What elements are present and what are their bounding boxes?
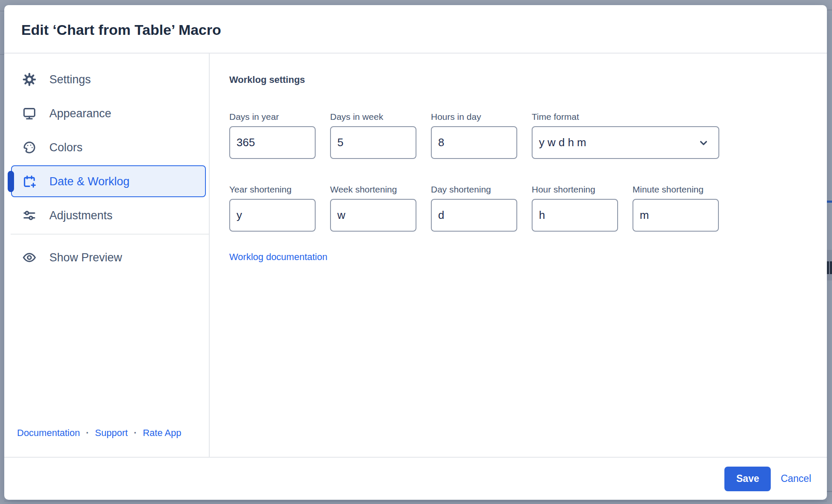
worklog-documentation-link[interactable]: Worklog documentation: [229, 251, 328, 263]
fields-row-1: Days in year Days in week Hours in day T…: [229, 111, 827, 159]
background-line-bottom: [4, 501, 827, 501]
field-hour-shortening: Hour shortening: [532, 184, 618, 232]
monitor-icon: [22, 106, 37, 121]
save-button[interactable]: Save: [724, 467, 771, 491]
documentation-link[interactable]: Documentation: [17, 427, 80, 439]
dialog-title: Edit ‘Chart from Table’ Macro: [21, 21, 827, 38]
hour-shortening-input[interactable]: [532, 199, 618, 232]
field-label: Year shortening: [229, 184, 316, 195]
sidebar-item-date-worklog[interactable]: Date & Worklog: [11, 165, 206, 197]
field-minute-shortening: Minute shortening: [633, 184, 719, 232]
background-bar-right-1: [827, 261, 829, 274]
palette-icon: [22, 140, 37, 155]
background-line-right-bottom: [827, 491, 832, 492]
week-shortening-input[interactable]: [330, 199, 416, 232]
field-label: Hours in day: [431, 111, 517, 122]
field-day-shortening: Day shortening: [431, 184, 517, 232]
field-label: Time format: [532, 111, 719, 122]
field-week-shortening: Week shortening: [330, 184, 416, 232]
sidebar-item-label: Settings: [49, 72, 91, 87]
chevron-down-icon: [698, 137, 709, 148]
calendar-plus-icon: [22, 174, 37, 189]
edit-macro-dialog: Edit ‘Chart from Table’ Macro Settings: [4, 5, 827, 500]
sidebar-item-adjustments[interactable]: Adjustments: [11, 199, 206, 231]
minute-shortening-input[interactable]: [633, 199, 719, 232]
screen: Edit ‘Chart from Table’ Macro Settings: [0, 0, 832, 504]
field-time-format: Time format y w d h m: [532, 111, 719, 159]
sidebar: Settings Appearance: [4, 54, 210, 457]
dot-separator: ·: [134, 427, 137, 439]
sidebar-item-label: Show Preview: [49, 250, 122, 265]
background-line-left: [0, 54, 4, 55]
field-label: Days in week: [330, 111, 416, 122]
background-line-right-top: [827, 9, 832, 11]
support-link[interactable]: Support: [95, 427, 128, 439]
dialog-footer: Save Cancel: [4, 457, 827, 500]
worklog-settings-panel: Worklog settings Days in year Days in we…: [210, 54, 827, 457]
days-in-year-input[interactable]: [229, 126, 316, 159]
background-bar-right-2: [830, 261, 832, 274]
days-in-week-input[interactable]: [330, 126, 416, 159]
rate-app-link[interactable]: Rate App: [143, 427, 182, 439]
sidebar-item-colors[interactable]: Colors: [11, 131, 206, 163]
field-hours-in-day: Hours in day: [431, 111, 517, 159]
time-format-select[interactable]: y w d h m: [532, 126, 719, 159]
dot-separator: ·: [86, 427, 89, 439]
hours-in-day-input[interactable]: [431, 126, 517, 159]
sidebar-item-label: Date & Worklog: [49, 174, 130, 189]
sidebar-item-settings[interactable]: Settings: [11, 63, 206, 95]
sidebar-item-label: Adjustments: [49, 208, 113, 223]
field-label: Days in year: [229, 111, 316, 122]
section-heading: Worklog settings: [229, 74, 827, 86]
sidebar-footer-links: Documentation · Support · Rate App: [17, 427, 181, 439]
selected-indicator-pill: [8, 171, 14, 192]
cancel-button[interactable]: Cancel: [781, 473, 811, 484]
sidebar-divider: [11, 234, 209, 235]
sidebar-item-appearance[interactable]: Appearance: [11, 97, 206, 129]
background-line-left-top: [0, 11, 4, 11]
day-shortening-input[interactable]: [431, 199, 517, 232]
background-blue-line-right: [827, 201, 832, 203]
field-label: Week shortening: [330, 184, 416, 195]
field-days-in-week: Days in week: [330, 111, 416, 159]
eye-icon: [22, 250, 37, 265]
field-label: Minute shortening: [633, 184, 719, 195]
sidebar-item-label: Colors: [49, 140, 83, 155]
gear-icon: [22, 72, 37, 87]
sidebar-item-show-preview[interactable]: Show Preview: [11, 241, 206, 273]
fields-row-2: Year shortening Week shortening Day shor…: [229, 184, 827, 232]
year-shortening-input[interactable]: [229, 199, 316, 232]
sliders-icon: [22, 208, 37, 223]
sidebar-item-label: Appearance: [49, 106, 111, 121]
field-year-shortening: Year shortening: [229, 184, 316, 232]
dialog-header: Edit ‘Chart from Table’ Macro: [4, 5, 827, 54]
field-label: Hour shortening: [532, 184, 618, 195]
field-days-in-year: Days in year: [229, 111, 316, 159]
field-label: Day shortening: [431, 184, 517, 195]
dialog-body: Settings Appearance: [4, 54, 827, 457]
time-format-value: y w d h m: [539, 136, 698, 149]
